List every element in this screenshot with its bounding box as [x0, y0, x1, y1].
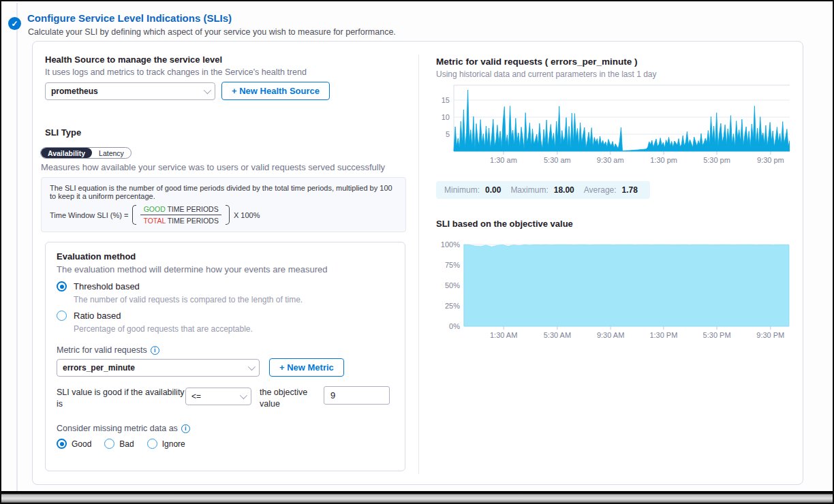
step-complete-check-icon: ✓	[8, 17, 21, 30]
svg-text:1:30 PM: 1:30 PM	[649, 331, 677, 339]
svg-text:5: 5	[446, 130, 450, 138]
svg-text:15: 15	[442, 96, 450, 104]
sli-type-option-latency[interactable]: Latency	[92, 148, 131, 158]
health-source-description: It uses logs and metrics to track change…	[45, 67, 307, 77]
evaluation-method-card: Evaluation method The evaluation method …	[45, 242, 405, 471]
missing-good-label: Good	[72, 439, 91, 449]
metric-for-valid-requests-label: Metric for valid requests i	[57, 345, 159, 355]
sli-config-card: Health Source to manage the service leve…	[32, 41, 803, 485]
chevron-down-icon	[240, 392, 247, 399]
sli-equation-text: The SLI equation is the number of good t…	[50, 184, 397, 200]
good-periods-rest: TIME PERIODS	[166, 205, 219, 213]
missing-data-label: Consider missing metric data as i	[57, 424, 190, 433]
threshold-based-option: Threshold based	[57, 281, 140, 292]
column-divider	[418, 54, 419, 474]
svg-text:25%: 25%	[445, 302, 460, 310]
chevron-down-icon	[204, 86, 211, 94]
right-bracket	[226, 205, 230, 225]
svg-text:5:30 am: 5:30 am	[544, 156, 571, 164]
sli-equation-box: The SLI equation is the number of good t…	[41, 177, 406, 232]
metric-chart-subtitle: Using historical data and current parame…	[436, 69, 657, 79]
svg-text:10: 10	[442, 113, 450, 121]
svg-text:9:30 pm: 9:30 pm	[757, 156, 784, 164]
new-metric-button[interactable]: + New Metric	[269, 358, 344, 377]
max-label: Maximum:	[510, 185, 548, 195]
min-label: Minimum:	[444, 185, 480, 195]
health-source-selected-value: prometheus	[51, 86, 200, 96]
missing-ignore-label: Ignore	[162, 439, 185, 449]
metric-stats-pill: Minimum: 0.00 Maximum: 18.00 Average: 1.…	[436, 181, 650, 199]
formula-lhs: Time Window SLI (%) =	[50, 211, 128, 219]
sli-configuration-page: ✓ Configure Service Level Indications (S…	[0, 0, 834, 504]
missing-ignore-radio[interactable]	[147, 439, 157, 449]
total-periods-highlight: TOTAL	[143, 217, 165, 225]
svg-text:75%: 75%	[445, 261, 460, 269]
threshold-based-radio[interactable]	[57, 281, 67, 292]
svg-text:50%: 50%	[445, 281, 460, 289]
formula-rhs: X 100%	[234, 211, 260, 219]
missing-bad-label: Bad	[119, 439, 134, 449]
sli-type-toggle: Availability Latency	[40, 147, 132, 159]
total-periods-rest: TIME PERIODS	[166, 217, 219, 225]
chevron-down-icon	[248, 363, 256, 371]
max-value: 18.00	[554, 185, 574, 195]
ratio-based-radio[interactable]	[57, 311, 67, 321]
info-icon[interactable]: i	[151, 346, 159, 355]
sli-area-chart: 0%25%50%75%100%1:30 AM5:30 AM9:30 AM1:30…	[438, 238, 790, 341]
sli-type-label: SLI Type	[45, 127, 81, 138]
svg-text:9:30 am: 9:30 am	[597, 156, 624, 164]
metric-selected-value: errors_per_minute	[63, 363, 244, 373]
missing-data-options: Good Bad Ignore	[57, 439, 194, 449]
metric-chart-title: Metric for valid requests ( errors_per_m…	[436, 57, 638, 67]
info-icon[interactable]: i	[181, 424, 190, 433]
threshold-based-description: The number of valid requests is compared…	[74, 295, 303, 304]
window-bottom-chrome	[1, 491, 833, 503]
metric-select[interactable]: errors_per_minute	[57, 359, 260, 377]
page-subtitle: Calculate your SLI by defining which asp…	[28, 27, 396, 37]
metric-timeseries-chart: 510151:30 am5:30 am9:30 am1:30 pm5:30 pm…	[438, 84, 790, 167]
svg-text:5:30 pm: 5:30 pm	[703, 156, 730, 164]
sli-equation-formula: Time Window SLI (%) = GOOD TIME PERIODS …	[50, 205, 397, 225]
operator-selected-value: <=	[191, 392, 236, 401]
formula-fraction: GOOD TIME PERIODS TOTAL TIME PERIODS	[140, 205, 221, 225]
svg-text:9:30 AM: 9:30 AM	[597, 331, 624, 339]
ratio-based-description: Percentage of good requests that are acc…	[74, 324, 253, 334]
ratio-based-option: Ratio based	[57, 311, 121, 321]
evaluation-method-description: The evaluation method will determine how…	[57, 264, 327, 274]
missing-good-radio[interactable]	[57, 439, 67, 449]
avg-value: 1.78	[622, 185, 638, 195]
svg-text:100%: 100%	[441, 240, 460, 249]
ratio-based-label: Ratio based	[74, 311, 121, 321]
threshold-based-label: Threshold based	[74, 281, 140, 292]
sli-type-option-availability[interactable]: Availability	[41, 148, 92, 158]
sli-type-description: Measures how available your service was …	[41, 162, 385, 172]
missing-bad-radio[interactable]	[104, 439, 114, 449]
health-source-label: Health Source to manage the service leve…	[45, 54, 222, 65]
svg-text:0%: 0%	[449, 322, 460, 330]
svg-text:1:30 am: 1:30 am	[490, 156, 517, 164]
page-title: Configure Service Level Indications (SLI…	[27, 12, 232, 24]
new-health-source-button[interactable]: + New Health Source	[221, 82, 330, 100]
avg-label: Average:	[584, 185, 617, 195]
evaluation-method-title: Evaluation method	[57, 251, 136, 262]
objective-value-input[interactable]	[324, 386, 390, 405]
svg-text:1:30 AM: 1:30 AM	[490, 331, 517, 339]
stepper-line	[16, 3, 18, 492]
objective-suffix-text: the objective value	[260, 387, 322, 410]
objective-prefix-text: SLI value is good if the availability is	[57, 387, 187, 410]
sli-chart-title: SLI based on the objective value	[436, 219, 573, 229]
left-bracket	[132, 205, 136, 225]
operator-select[interactable]: <=	[185, 388, 251, 405]
svg-text:1:30 pm: 1:30 pm	[650, 156, 677, 164]
good-periods-highlight: GOOD	[144, 205, 166, 213]
health-source-select[interactable]: prometheus	[45, 82, 215, 100]
svg-text:5:30 PM: 5:30 PM	[703, 331, 731, 339]
min-value: 0.00	[485, 185, 501, 195]
svg-text:5:30 AM: 5:30 AM	[544, 331, 571, 339]
svg-text:9:30 PM: 9:30 PM	[756, 331, 784, 339]
